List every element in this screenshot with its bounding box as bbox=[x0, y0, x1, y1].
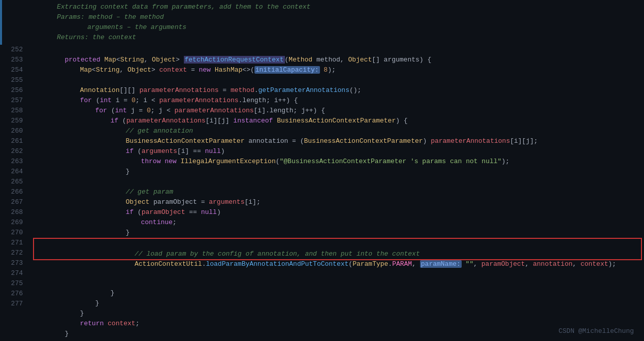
code-line-274: } bbox=[33, 288, 644, 298]
comment-line-1: Extracting context data from parameters,… bbox=[57, 2, 644, 12]
ln-268: 268 bbox=[0, 207, 23, 218]
ln-275: 275 bbox=[0, 278, 23, 289]
code-line-252: protected Map<String, Object> fetchActio… bbox=[33, 45, 644, 55]
ln-254: 254 bbox=[0, 65, 23, 75]
watermark: CSDN @MichelleChung bbox=[559, 327, 634, 335]
comment-line-4: Returns: the context bbox=[57, 33, 644, 43]
code-line-273: } bbox=[33, 278, 644, 288]
ln-260: 260 bbox=[0, 126, 23, 136]
code-line-255: Annotation[][] parameterAnnotations = me… bbox=[33, 75, 644, 85]
line-numbers: 252 253 254 255 256 257 258 259 260 261 … bbox=[0, 45, 28, 341]
code-line-276: return context; bbox=[33, 308, 644, 319]
ln-257: 257 bbox=[0, 96, 23, 106]
ln-259: 259 bbox=[0, 116, 23, 126]
ln-264: 264 bbox=[0, 167, 23, 177]
ln-266: 266 bbox=[0, 187, 23, 197]
ln-270: 270 bbox=[0, 228, 23, 238]
highlighted-section: // load param by the config of annotatio… bbox=[33, 238, 642, 260]
ln-267: 267 bbox=[0, 197, 23, 207]
comment-block: Extracting context data from parameters,… bbox=[0, 0, 644, 45]
ln-274: 274 bbox=[0, 268, 23, 278]
ln-271: 271 bbox=[0, 238, 23, 248]
code-line-265: // get param bbox=[33, 177, 644, 187]
ln-258: 258 bbox=[0, 106, 23, 116]
code-content: protected Map<String, Object> fetchActio… bbox=[28, 45, 644, 341]
ln-273: 273 bbox=[0, 258, 23, 268]
comment-line-3: arguments – the arguments bbox=[57, 22, 644, 33]
code-area: 252 253 254 255 256 257 258 259 260 261 … bbox=[0, 45, 644, 341]
ln-265: 265 bbox=[0, 177, 23, 187]
ln-272: 272 bbox=[0, 248, 23, 258]
ln-261: 261 bbox=[0, 136, 23, 146]
ln-256: 256 bbox=[0, 85, 23, 96]
ln-253: 253 bbox=[0, 55, 23, 65]
ln-255: 255 bbox=[0, 75, 23, 85]
code-line-271: // load param by the config of annotatio… bbox=[34, 239, 641, 249]
ln-252: 252 bbox=[0, 45, 23, 55]
code-editor: Extracting context data from parameters,… bbox=[0, 0, 644, 341]
code-line-275: } bbox=[33, 298, 644, 308]
ln-263: 263 bbox=[0, 157, 23, 167]
ln-277: 277 bbox=[0, 299, 23, 309]
ln-262: 262 bbox=[0, 146, 23, 157]
ln-276: 276 bbox=[0, 289, 23, 299]
ln-269: 269 bbox=[0, 218, 23, 228]
comment-line-2: Params: method – the method bbox=[57, 12, 644, 22]
